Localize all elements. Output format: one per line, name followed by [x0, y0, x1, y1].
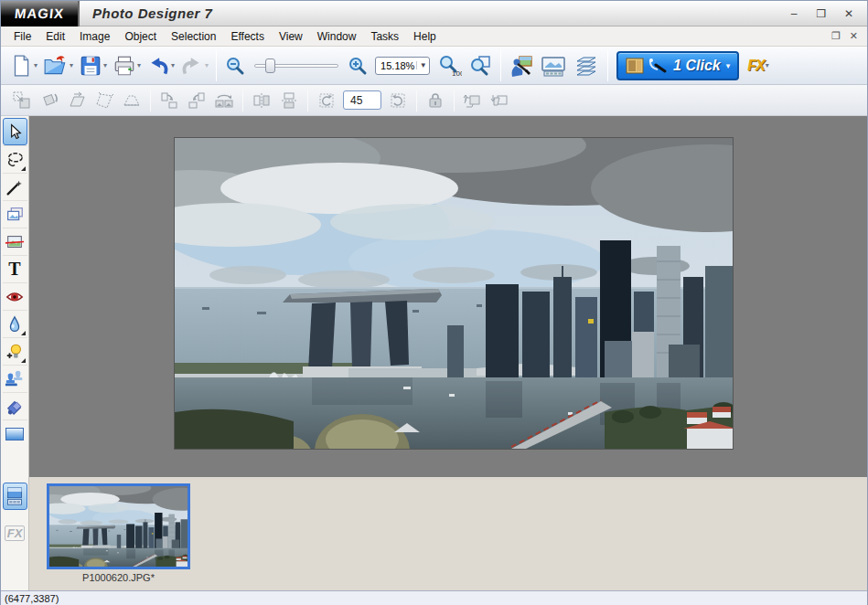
print-icon	[113, 54, 136, 78]
zoom-slider-thumb[interactable]	[265, 58, 275, 73]
zoom-100-icon: 100	[436, 54, 462, 78]
chevron-down-icon[interactable]: ▾	[34, 61, 38, 69]
zoom-level-dropdown[interactable]: 15.18% ▼	[375, 57, 430, 75]
straighten-tool[interactable]	[3, 228, 27, 255]
menu-file[interactable]: File	[6, 28, 38, 45]
rotate-angle-ccw-button[interactable]	[313, 88, 340, 113]
document-close-button[interactable]: ✕	[850, 30, 858, 42]
bring-forward-button[interactable]	[459, 88, 487, 113]
slideshow-button[interactable]	[537, 52, 570, 80]
menu-effects[interactable]: Effects	[223, 28, 271, 45]
distort-object-button[interactable]	[91, 88, 118, 113]
menu-object[interactable]: Object	[117, 28, 164, 45]
chevron-down-icon[interactable]: ▾	[137, 61, 141, 69]
lightbulb-icon	[5, 342, 25, 362]
canvas-area[interactable]	[29, 116, 867, 477]
filmstrip-sidebar: FX	[1, 477, 29, 590]
red-eye-removal-tool[interactable]	[3, 282, 27, 310]
effects-fx-button[interactable]: FX ▾	[743, 55, 773, 77]
document-restore-button[interactable]: ❐	[831, 30, 841, 42]
filmstrip-view-button[interactable]	[3, 483, 27, 510]
one-click-optimize-button[interactable]: 1 Click ▾	[616, 51, 739, 80]
toolbar-separator	[242, 90, 243, 111]
layers-button[interactable]	[570, 52, 603, 80]
menu-tasks[interactable]: Tasks	[363, 28, 406, 45]
select-tool[interactable]	[3, 118, 27, 145]
new-document-button[interactable]: ▾	[6, 52, 40, 80]
rotate-object-button[interactable]	[36, 88, 63, 113]
mirror-horizontal-button[interactable]	[248, 88, 275, 113]
redo-button[interactable]: ▾	[177, 52, 211, 80]
transform-toolbar	[1, 85, 867, 116]
mirror-vertical-button[interactable]	[275, 88, 303, 113]
menu-bar: File Edit Image Object Selection Effects…	[1, 27, 867, 47]
rotate-right-90-button[interactable]	[183, 88, 210, 113]
chevron-down-icon[interactable]: ▾	[726, 61, 731, 70]
menu-view[interactable]: View	[272, 28, 310, 45]
minimize-button[interactable]: –	[783, 5, 805, 22]
rotate-180-button[interactable]	[210, 88, 238, 113]
app-window: MAGIX Photo Designer 7 – ❒ ✕ File Edit I…	[0, 0, 868, 605]
chevron-down-icon[interactable]: ▾	[70, 61, 73, 69]
rotate-right-icon	[187, 90, 207, 111]
paint-bucket-icon	[5, 397, 25, 417]
clone-stamp-tool[interactable]	[3, 365, 27, 392]
undo-icon	[146, 54, 170, 78]
title-bar: MAGIX Photo Designer 7 – ❒ ✕	[1, 1, 867, 27]
skew-object-button[interactable]	[63, 88, 91, 113]
print-button[interactable]: ▾	[110, 52, 144, 80]
skew-icon	[67, 90, 87, 111]
undo-button[interactable]: ▾	[144, 52, 177, 80]
chevron-down-icon[interactable]: ▼	[416, 61, 429, 69]
close-button[interactable]: ✕	[838, 5, 860, 22]
photo-optimize-button[interactable]	[506, 51, 537, 80]
mirror-vertical-icon	[279, 90, 299, 111]
chevron-down-icon[interactable]: ▾	[103, 61, 107, 69]
save-button[interactable]: ▾	[76, 52, 110, 80]
chevron-down-icon[interactable]: ▾	[205, 61, 209, 69]
gradient-tool[interactable]	[3, 419, 27, 447]
rotate-left-icon	[159, 90, 179, 111]
lasso-tool[interactable]	[3, 145, 27, 173]
fill-tool[interactable]	[3, 392, 27, 419]
perspective-object-button[interactable]	[118, 88, 145, 113]
red-eye-icon	[5, 287, 25, 307]
status-bar: (6477,3387)	[1, 590, 867, 605]
window-controls: – ❒ ✕	[783, 5, 867, 22]
photo-document[interactable]	[175, 138, 733, 449]
resize-object-button[interactable]	[8, 88, 36, 113]
maximize-button[interactable]: ❒	[810, 5, 832, 22]
menu-help[interactable]: Help	[406, 28, 444, 45]
thumbnail-selected[interactable]	[47, 483, 190, 569]
main-area: T	[1, 116, 867, 477]
brightness-tool[interactable]	[3, 337, 27, 365]
magic-wand-tool[interactable]	[3, 173, 27, 200]
rotate-angle-cw-button[interactable]	[384, 88, 412, 113]
tool-palette: T	[1, 116, 29, 477]
filmstrip-item[interactable]: P1000620.JPG*	[47, 483, 190, 583]
zoom-fit-button[interactable]	[465, 52, 496, 80]
effects-panel-button[interactable]: FX	[3, 519, 27, 547]
document-window-controls: ❐ ✕	[831, 30, 867, 42]
send-backward-button[interactable]	[487, 88, 514, 113]
blur-drop-tool[interactable]	[3, 310, 27, 337]
thumbnail-image	[49, 486, 188, 567]
menu-selection[interactable]: Selection	[164, 28, 223, 45]
menu-window[interactable]: Window	[310, 28, 364, 45]
zoom-in-button[interactable]	[344, 53, 371, 79]
chevron-down-icon[interactable]: ▾	[171, 61, 175, 69]
rotate-left-90-button[interactable]	[155, 88, 183, 113]
lock-object-button[interactable]	[422, 88, 449, 113]
rotation-angle-input[interactable]	[343, 90, 381, 110]
text-tool[interactable]: T	[3, 255, 27, 282]
menu-edit[interactable]: Edit	[38, 28, 72, 45]
object-selection-tool[interactable]	[3, 200, 27, 228]
chevron-down-icon[interactable]: ▾	[766, 61, 769, 69]
menu-image[interactable]: Image	[72, 28, 117, 45]
zoom-100-button[interactable]: 100	[434, 52, 465, 80]
zoom-slider[interactable]	[254, 58, 338, 74]
open-file-button[interactable]: ▾	[40, 52, 76, 80]
zoom-out-button[interactable]	[221, 53, 249, 79]
zoom-out-icon	[224, 55, 246, 77]
redo-icon	[180, 54, 204, 78]
